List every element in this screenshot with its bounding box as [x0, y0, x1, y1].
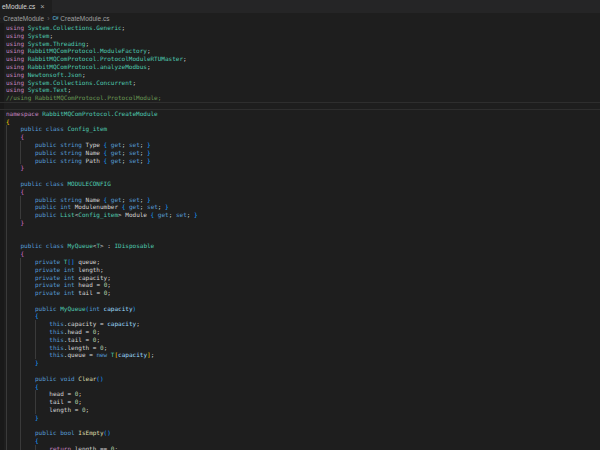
code-line[interactable]: } — [0, 219, 600, 227]
code-line[interactable]: this.queue = new T[capacity]; — [0, 351, 600, 359]
code-token: ; — [85, 40, 89, 47]
code-line[interactable]: { — [0, 133, 600, 141]
code-line[interactable]: private int tail = 0; — [0, 289, 600, 297]
code-token: this — [49, 351, 63, 358]
code-token: ; — [96, 258, 100, 265]
code-line[interactable]: using RabbitMQComProtocol.analyzeModbus; — [0, 63, 600, 71]
code-line[interactable]: public class Config_item — [0, 125, 600, 133]
code-token: IDisposable — [115, 242, 155, 249]
code-line[interactable]: private int head = 0; — [0, 281, 600, 289]
code-token — [6, 406, 49, 413]
tab-createmodule-cs[interactable]: eModule.cs × — [0, 0, 52, 13]
code-line[interactable] — [0, 422, 600, 430]
indent-guide — [6, 383, 7, 391]
code-line[interactable]: public int Modulenumber { get; set; } — [0, 203, 600, 211]
code-line[interactable]: public string Name { get; set; } — [0, 196, 600, 204]
code-line[interactable]: { — [0, 437, 600, 445]
code-line[interactable]: this.tail = 0; — [0, 336, 600, 344]
code-line[interactable]: private int length; — [0, 266, 600, 274]
code-area[interactable]: using System.Collections.Generic;using S… — [0, 23, 600, 450]
code-line[interactable]: head = 0; — [0, 390, 600, 398]
indent-guide — [35, 328, 36, 336]
code-line[interactable]: using RabbitMQComProtocol.ModuleFactory; — [0, 47, 600, 55]
code-line[interactable]: using Newtonsoft.Json; — [0, 71, 600, 79]
code-line[interactable] — [0, 235, 600, 243]
code-line[interactable]: public void Clear() — [0, 375, 600, 383]
breadcrumb-item-file[interactable]: CreateModule.cs — [60, 15, 109, 22]
code-token — [6, 445, 49, 450]
tab-close-icon[interactable]: × — [40, 3, 44, 11]
code-line[interactable]: private T[] queue; — [0, 258, 600, 266]
code-line[interactable]: this.head = 0; — [0, 328, 600, 336]
code-token: set — [129, 149, 140, 156]
code-line[interactable]: return length == 0; — [0, 445, 600, 450]
code-line[interactable]: using System; — [0, 32, 600, 40]
code-line[interactable]: using System.Threading; — [0, 40, 600, 48]
code-token: capacity — [67, 320, 96, 327]
code-line[interactable]: public string Name { get; set; } — [0, 149, 600, 157]
indent-guide — [35, 336, 36, 344]
code-line[interactable]: } — [0, 164, 600, 172]
code-line[interactable]: public List<Config_item> Module { get; s… — [0, 211, 600, 219]
code-line[interactable]: { — [0, 383, 600, 391]
code-line[interactable] — [0, 172, 600, 180]
code-token: set — [129, 141, 140, 148]
code-token: using — [6, 86, 24, 93]
code-line[interactable]: using RabbitMQComProtocol.ProtocolModule… — [0, 55, 600, 63]
code-line[interactable]: using System.Collections.Concurrent; — [0, 79, 600, 87]
indent-guide — [6, 445, 7, 450]
code-line[interactable]: using System.Collections.Generic; — [0, 24, 600, 32]
code-line[interactable]: public bool IsEmpty() — [0, 429, 600, 437]
code-token — [6, 164, 20, 171]
indent-guide — [20, 429, 21, 437]
code-token: MyQueue — [67, 242, 92, 249]
code-line[interactable]: private int capacity; — [0, 274, 600, 282]
code-line[interactable]: tail = 0; — [0, 398, 600, 406]
code-line[interactable]: public string Path { get; set; } — [0, 157, 600, 165]
code-line[interactable]: } — [0, 414, 600, 422]
code-line[interactable]: { — [0, 250, 600, 258]
code-line[interactable]: this.capacity = capacity; — [0, 320, 600, 328]
code-line[interactable]: using System.Text; — [0, 86, 600, 94]
chevron-right-icon: › — [47, 15, 49, 22]
indent-guide — [6, 336, 7, 344]
code-token: //using RabbitMQComProtocol.ProtocolModu… — [6, 94, 161, 101]
code-token: Config_item — [67, 125, 107, 132]
code-token: bool — [60, 429, 74, 436]
indent-guide — [6, 344, 7, 352]
indent-guide — [6, 328, 7, 336]
code-line[interactable]: namespace RabbitMQComProtocol.CreateModu… — [0, 110, 600, 118]
code-line[interactable]: this.length = 0; — [0, 344, 600, 352]
code-line[interactable]: public string Type { get; set; } — [0, 141, 600, 149]
code-token: private — [35, 289, 60, 296]
code-token: ; — [107, 274, 111, 281]
code-token: ; — [82, 71, 86, 78]
indent-guide — [6, 172, 7, 180]
code-line[interactable]: //using RabbitMQComProtocol.ProtocolModu… — [0, 94, 600, 102]
code-line[interactable]: { — [0, 312, 600, 320]
code-token: public — [35, 157, 57, 164]
code-line[interactable]: { — [0, 118, 600, 126]
indent-guide — [20, 281, 21, 289]
indent-guide — [20, 141, 21, 149]
code-line[interactable]: } — [0, 359, 600, 367]
code-line-current[interactable] — [0, 102, 600, 110]
code-token: this — [49, 344, 63, 351]
code-token: capacity — [107, 320, 136, 327]
code-line[interactable] — [0, 227, 600, 235]
code-token — [6, 219, 20, 226]
code-token: queue — [78, 258, 96, 265]
code-line[interactable]: { — [0, 188, 600, 196]
code-line[interactable]: public class MyQueue<T> : IDisposable — [0, 242, 600, 250]
code-line[interactable]: length = 0; — [0, 406, 600, 414]
code-line[interactable] — [0, 367, 600, 375]
code-line[interactable]: public class MODULECONFIG — [0, 180, 600, 188]
code-token: capacity — [118, 351, 147, 358]
code-token: class — [46, 125, 64, 132]
editor[interactable]: using System.Collections.Generic;using S… — [0, 23, 600, 450]
code-line[interactable] — [0, 297, 600, 305]
indent-guide — [20, 390, 21, 398]
code-line[interactable]: public MyQueue(int capacity) — [0, 305, 600, 313]
code-token: [] — [67, 258, 74, 265]
breadcrumb-item-folder[interactable]: CreateModule — [3, 15, 44, 22]
